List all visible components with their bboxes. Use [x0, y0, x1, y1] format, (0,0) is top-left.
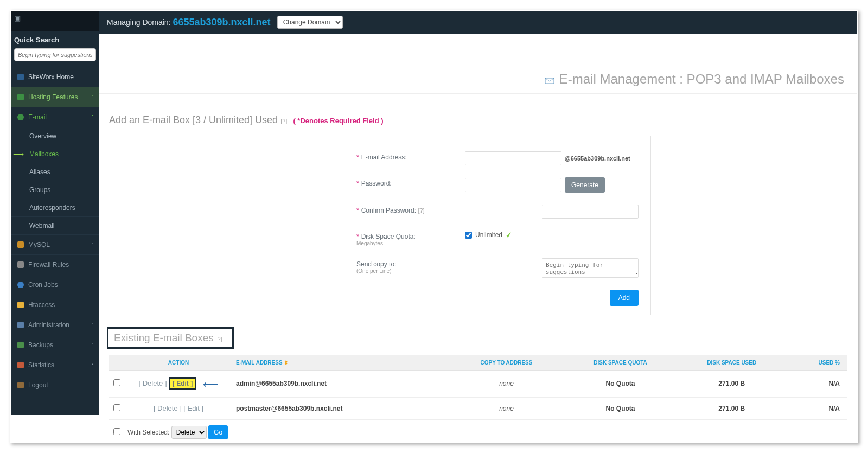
add-title-text: Add an E-mail Box [3 / Unlimited] Used — [109, 114, 278, 125]
subnav-aliases[interactable]: Aliases — [11, 163, 99, 181]
subnav-overview[interactable]: Overview — [11, 127, 99, 145]
row-checkbox[interactable] — [113, 379, 120, 386]
clock-icon — [17, 282, 24, 288]
page-title-row: E-mail Management : POP3 and IMAP Mailbo… — [99, 34, 857, 94]
copy-label: Send copy to: — [356, 260, 396, 268]
col-email[interactable]: E-MAIL ADDRESS ⇕ — [233, 355, 450, 371]
edit-link-highlight[interactable]: [ Edit ] — [169, 377, 196, 390]
row-used: 271.00 B — [678, 371, 786, 398]
help-icon[interactable]: [?] — [280, 118, 287, 124]
col-used[interactable]: DISK SPACE USED — [678, 355, 786, 371]
confirm-password-input[interactable] — [542, 205, 639, 219]
nav-admin-label: Administration — [28, 321, 69, 329]
change-domain-select[interactable]: Change Domain — [277, 16, 343, 29]
domain-name: 6655ab309b.nxcli.net — [173, 17, 271, 28]
nav-hosting-features[interactable]: Hosting Features ˄ — [11, 87, 99, 107]
help-icon[interactable]: [?] — [418, 207, 424, 214]
nav-firewall-label: Firewall Rules — [28, 261, 69, 269]
add-button[interactable]: Add — [610, 290, 639, 306]
logo-row: ▣ — [11, 11, 99, 31]
nav-administration[interactable]: Administration ˅ — [11, 315, 99, 335]
row-used: 271.00 B — [678, 397, 786, 419]
nav-mysql[interactable]: MySQL ˅ — [11, 234, 99, 254]
nav-htaccess-label: Htaccess — [28, 301, 55, 309]
nav-backups[interactable]: Backups ˅ — [11, 335, 99, 355]
table-row: [ Delete ] [ Edit ] postmaster@6655ab309… — [109, 397, 847, 419]
email-label: E-mail Address: — [361, 154, 407, 161]
nav-hosting-label: Hosting Features — [28, 93, 78, 101]
edit-link[interactable]: [ Edit ] — [183, 404, 203, 412]
arrow-indicator-icon: ⟶ — [13, 150, 24, 158]
row-copy: none — [450, 397, 563, 419]
sort-icon: ⇕ — [284, 360, 288, 366]
page-title: E-mail Management : POP3 and IMAP Mailbo… — [559, 72, 844, 86]
nav-firewall[interactable]: Firewall Rules — [11, 254, 99, 275]
row-pct: N/A — [786, 397, 847, 419]
domain-suffix: @6655ab309b.nxcli.net — [565, 155, 630, 162]
row-quota: No Quota — [563, 371, 678, 398]
nav-stats-label: Statistics — [28, 361, 54, 369]
col-copy[interactable]: COPY TO ADDRESS — [450, 355, 563, 371]
copy-sublabel: (One per Line) — [356, 268, 465, 274]
nav-cron[interactable]: Cron Jobs — [11, 275, 99, 295]
send-copy-textarea[interactable] — [542, 258, 639, 278]
go-button[interactable]: Go — [208, 425, 228, 439]
chevron-down-icon: ˅ — [91, 362, 94, 368]
backup-icon — [17, 342, 24, 348]
logo-icon: ▣ — [14, 14, 21, 22]
nav-mysql-label: MySQL — [28, 241, 50, 248]
logout-icon — [17, 382, 24, 388]
select-all-checkbox[interactable] — [113, 428, 120, 435]
nav-home[interactable]: SiteWorx Home — [11, 67, 99, 87]
nav-backups-label: Backups — [28, 341, 53, 349]
delete-link[interactable]: [ Delete ] — [154, 404, 182, 412]
with-selected-row: With Selected: Delete Go — [109, 419, 847, 442]
col-checkbox — [109, 355, 124, 371]
subnav-groups[interactable]: Groups — [11, 181, 99, 199]
quick-search-input[interactable] — [14, 48, 96, 61]
generate-button[interactable]: Generate — [565, 177, 605, 193]
quick-search-label: Quick Search — [11, 31, 99, 46]
chevron-down-icon: ˅ — [91, 342, 94, 348]
add-mailbox-form: *E-mail Address: @6655ab309b.nxcli.net *… — [344, 136, 651, 315]
nav-email[interactable]: E-mail ˄ — [11, 107, 99, 127]
with-selected-label: With Selected: — [127, 429, 169, 436]
quota-label: Disk Space Quota: — [361, 233, 416, 240]
row-checkbox[interactable] — [113, 404, 120, 411]
folder-icon — [17, 302, 24, 308]
subnav-autoresponders[interactable]: Autoresponders — [11, 199, 99, 216]
unlimited-label: Unlimited — [475, 231, 502, 239]
add-mailbox-title: Add an E-mail Box [3 / Unlimited] Used [… — [99, 94, 857, 136]
row-pct: N/A — [786, 371, 847, 398]
subnav-mailboxes-label: Mailboxes — [29, 150, 59, 158]
required-note: ( *Denotes Required Field ) — [293, 117, 383, 125]
col-action[interactable]: ACTION — [124, 355, 233, 371]
existing-title: Existing E-mail Boxes — [114, 332, 214, 343]
subnav-mailboxes[interactable]: ⟶ Mailboxes — [11, 145, 99, 163]
password-input[interactable] — [465, 178, 561, 192]
help-icon[interactable]: [?] — [215, 336, 222, 342]
nav-htaccess[interactable]: Htaccess — [11, 295, 99, 315]
col-pct[interactable]: USED % — [786, 355, 847, 371]
row-quota: No Quota — [563, 397, 678, 419]
with-selected-select[interactable]: Delete — [171, 426, 207, 439]
nav-logout-label: Logout — [28, 381, 48, 389]
chevron-down-icon: ˅ — [91, 322, 94, 328]
chevron-up-icon: ˄ — [91, 114, 94, 120]
col-quota[interactable]: DISK SPACE QUOTA — [563, 355, 678, 371]
home-icon — [17, 74, 24, 80]
firewall-icon — [17, 261, 24, 268]
subnav-webmail[interactable]: Webmail — [11, 216, 99, 234]
nav-statistics[interactable]: Statistics ˅ — [11, 355, 99, 375]
row-email: postmaster@6655ab309b.nxcli.net — [233, 397, 450, 419]
main-content: E-mail Management : POP3 and IMAP Mailbo… — [99, 34, 857, 442]
email-input[interactable] — [465, 151, 561, 165]
nav-home-label: SiteWorx Home — [28, 73, 74, 81]
confirm-label: Confirm Password: — [361, 207, 416, 214]
unlimited-checkbox[interactable] — [465, 232, 472, 239]
monitor-icon — [17, 94, 24, 100]
arrow-callout-icon: ⟵ — [203, 378, 219, 390]
nav-logout[interactable]: Logout — [11, 375, 99, 395]
delete-link[interactable]: [ Delete ] — [138, 379, 167, 387]
row-copy: none — [450, 371, 563, 398]
